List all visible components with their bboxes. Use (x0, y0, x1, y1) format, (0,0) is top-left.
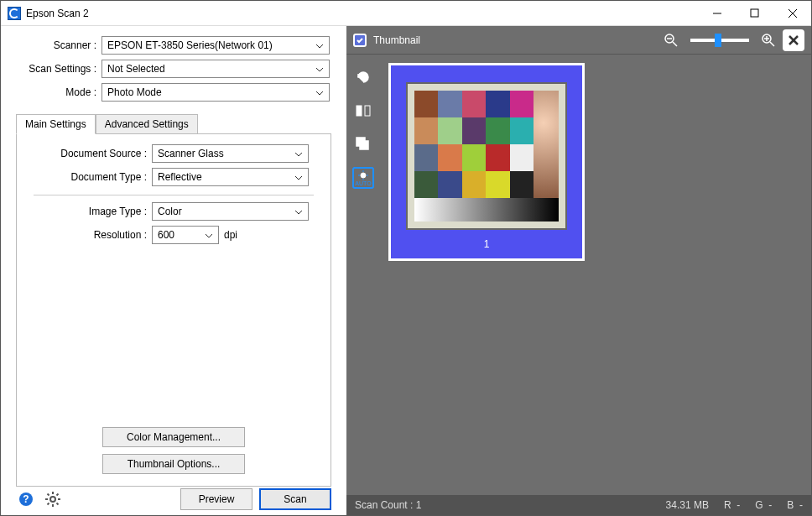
document-source-select[interactable]: Scanner Glass (152, 144, 309, 163)
resolution-select[interactable]: 600 (152, 226, 219, 244)
thumbnail-area: 1 (380, 55, 811, 495)
image-type-label: Image Type : (22, 206, 152, 217)
chevron-down-icon (294, 206, 303, 217)
svg-text:?: ? (23, 493, 29, 505)
minimize-button[interactable] (698, 1, 736, 26)
status-bar: Scan Count : 1 34.31 MB R - G - B - (346, 495, 811, 515)
document-source-value: Scanner Glass (158, 148, 224, 159)
left-panel: Scanner : EPSON ET-3850 Series(Network 0… (1, 26, 346, 515)
rotate-icon[interactable] (352, 66, 374, 88)
image-type-select[interactable]: Color (152, 202, 309, 221)
resolution-label: Resolution : (22, 229, 152, 241)
chevron-down-icon (315, 86, 324, 98)
document-type-select[interactable]: Reflective (152, 168, 309, 186)
tab-advanced-settings[interactable]: Advanced Settings (96, 114, 198, 134)
thumbnail-item[interactable]: 1 (388, 63, 585, 261)
thumbnail-label: Thumbnail (373, 34, 420, 46)
scan-count-value: 1 (416, 499, 422, 511)
document-type-value: Reflective (158, 171, 202, 183)
zoom-slider[interactable] (690, 39, 749, 42)
thumbnail-image (406, 82, 567, 230)
zoom-in-icon[interactable] (761, 33, 776, 48)
chevron-down-icon (315, 63, 324, 75)
scanner-select[interactable]: EPSON ET-3850 Series(Network 01) (102, 36, 330, 55)
scan-settings-select[interactable]: Not Selected (102, 60, 330, 78)
resolution-unit: dpi (224, 229, 237, 241)
scan-button[interactable]: Scan (259, 488, 331, 510)
scan-count-label: Scan Count : (355, 499, 413, 511)
tab-panel: Document Source : Scanner Glass Document… (16, 133, 331, 487)
scan-settings-value: Not Selected (107, 63, 165, 75)
preview-panel: Thumbnail AUTO (346, 26, 811, 515)
preview-toolbar: Thumbnail (346, 26, 811, 55)
preview-button[interactable]: Preview (180, 488, 252, 510)
auto-exposure-icon[interactable]: AUTO (352, 167, 374, 189)
svg-rect-1 (751, 9, 758, 17)
color-management-button[interactable]: Color Management... (102, 427, 245, 447)
mode-value: Photo Mode (107, 86, 162, 98)
tab-main-settings[interactable]: Main Settings (16, 114, 96, 134)
thumbnail-options-button[interactable]: Thumbnail Options... (102, 454, 245, 474)
close-button[interactable] (773, 1, 811, 26)
help-icon[interactable]: ? (16, 489, 36, 509)
mode-label: Mode : (1, 86, 102, 98)
maximize-button[interactable] (736, 1, 773, 26)
svg-line-11 (48, 494, 49, 496)
scanner-value: EPSON ET-3850 Series(Network 01) (107, 39, 273, 51)
gear-icon[interactable] (43, 489, 63, 509)
app-icon (8, 7, 21, 20)
document-source-label: Document Source : (22, 148, 152, 159)
auto-label: AUTO (355, 180, 371, 186)
svg-line-12 (57, 503, 59, 505)
svg-line-19 (770, 42, 774, 46)
svg-rect-25 (365, 106, 370, 116)
chevron-down-icon (294, 148, 303, 159)
zoom-out-icon[interactable] (664, 33, 679, 48)
chevron-down-icon (205, 229, 213, 241)
preview-tools: AUTO (346, 55, 380, 495)
svg-rect-27 (360, 141, 368, 149)
select-all-icon[interactable] (352, 133, 374, 155)
window-title: Epson Scan 2 (26, 8, 89, 19)
bottom-bar: ? Preview Scan (1, 487, 346, 510)
svg-line-16 (673, 42, 677, 46)
tabs: Main Settings Advanced Settings (16, 113, 346, 133)
svg-rect-24 (357, 106, 362, 116)
mirror-icon[interactable] (352, 100, 374, 122)
image-type-value: Color (158, 206, 182, 217)
svg-point-6 (50, 497, 55, 502)
titlebar: Epson Scan 2 (1, 1, 811, 26)
svg-line-13 (48, 503, 49, 505)
slider-thumb[interactable] (715, 34, 721, 47)
document-type-label: Document Type : (22, 171, 152, 183)
svg-point-28 (361, 173, 366, 178)
scanner-label: Scanner : (1, 39, 102, 51)
chevron-down-icon (315, 39, 324, 51)
thumbnail-checkbox[interactable] (353, 34, 367, 47)
scan-settings-label: Scan Settings : (1, 63, 102, 75)
svg-line-14 (57, 494, 59, 496)
file-size: 34.31 MB (666, 499, 709, 511)
thumbnail-item-label: 1 (484, 238, 490, 250)
mode-select[interactable]: Photo Mode (102, 83, 330, 102)
resolution-value: 600 (158, 229, 174, 241)
close-preview-button[interactable] (783, 29, 804, 51)
chevron-down-icon (294, 171, 303, 183)
